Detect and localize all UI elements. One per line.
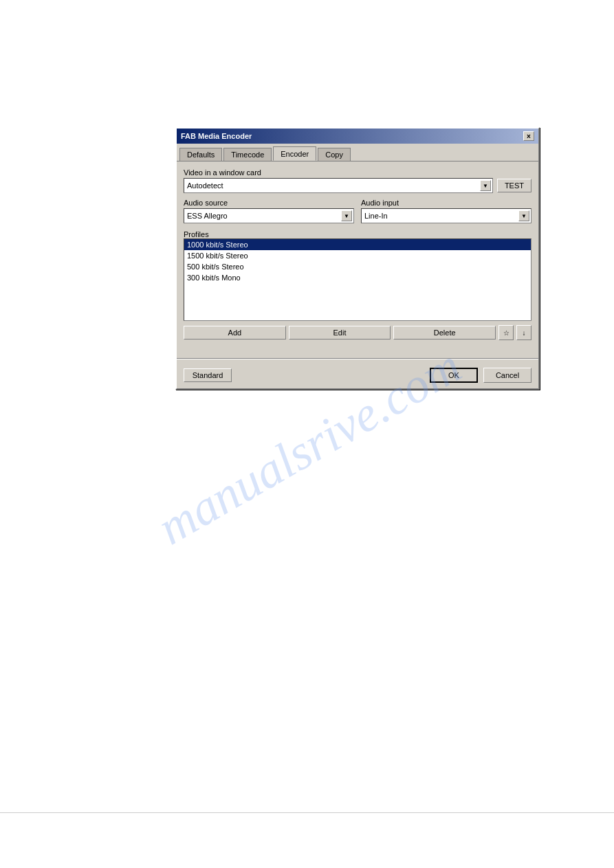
- profile-item-2[interactable]: 500 kbit/s Stereo: [184, 261, 531, 272]
- audio-input-select[interactable]: Line-In ▼: [361, 208, 531, 223]
- video-card-arrow[interactable]: ▼: [480, 180, 491, 191]
- delete-button[interactable]: Delete: [393, 326, 496, 340]
- profile-item-0[interactable]: 1000 kbit/s Stereo: [184, 239, 531, 250]
- audio-input-col: Audio input Line-In ▼: [361, 199, 531, 223]
- video-card-select[interactable]: Autodetect ▼: [184, 178, 493, 193]
- audio-input-arrow[interactable]: ▼: [518, 210, 529, 221]
- bottom-row: Standard OK Cancel: [177, 365, 538, 388]
- move-down-button[interactable]: ↓: [516, 325, 531, 340]
- audio-source-value: ESS Allegro: [186, 212, 341, 220]
- audio-input-value: Line-In: [363, 212, 518, 220]
- bottom-rule: [0, 812, 614, 813]
- audio-row: Audio source ESS Allegro ▼ Audio input L…: [184, 199, 531, 223]
- video-card-label: Video in a window card: [184, 168, 531, 177]
- dialog-content: Video in a window card Autodetect ▼ TEST…: [177, 161, 538, 353]
- move-up-button[interactable]: ☆: [498, 325, 514, 340]
- audio-source-col: Audio source ESS Allegro ▼: [184, 199, 354, 223]
- dialog-window: FAB Media Encoder × Defaults Timecode En…: [175, 127, 540, 390]
- dialog-title: FAB Media Encoder: [181, 132, 252, 140]
- tab-defaults[interactable]: Defaults: [179, 148, 222, 161]
- video-card-group: Video in a window card Autodetect ▼ TEST: [184, 168, 531, 193]
- audio-source-select[interactable]: ESS Allegro ▼: [184, 208, 354, 223]
- profile-item-3[interactable]: 300 kbit/s Mono: [184, 272, 531, 283]
- tab-encoder[interactable]: Encoder: [273, 146, 316, 161]
- title-bar: FAB Media Encoder ×: [177, 129, 538, 144]
- profiles-list[interactable]: 1000 kbit/s Stereo 1500 kbit/s Stereo 50…: [184, 238, 531, 321]
- tab-timecode[interactable]: Timecode: [223, 148, 272, 161]
- close-button[interactable]: ×: [523, 131, 534, 141]
- profile-item-1[interactable]: 1500 kbit/s Stereo: [184, 250, 531, 261]
- tabs-container: Defaults Timecode Encoder Copy: [177, 144, 538, 161]
- tab-copy[interactable]: Copy: [318, 148, 351, 161]
- separator: [177, 358, 538, 359]
- ok-button[interactable]: OK: [430, 368, 478, 383]
- profiles-buttons: Add Edit Delete ☆ ↓: [184, 325, 531, 340]
- video-card-row: Autodetect ▼ TEST: [184, 178, 531, 193]
- cancel-button[interactable]: Cancel: [483, 368, 531, 383]
- profiles-label: Profiles: [184, 230, 209, 238]
- add-button[interactable]: Add: [184, 326, 286, 340]
- bottom-center-buttons: OK Cancel: [430, 368, 531, 383]
- edit-button[interactable]: Edit: [289, 326, 391, 340]
- audio-source-arrow[interactable]: ▼: [341, 210, 352, 221]
- profiles-group: Profiles 1000 kbit/s Stereo 1500 kbit/s …: [184, 230, 531, 340]
- audio-source-label: Audio source: [184, 199, 354, 207]
- video-card-value: Autodetect: [186, 181, 480, 190]
- test-button[interactable]: TEST: [497, 179, 531, 192]
- audio-input-label: Audio input: [361, 199, 531, 207]
- standard-button[interactable]: Standard: [184, 368, 232, 382]
